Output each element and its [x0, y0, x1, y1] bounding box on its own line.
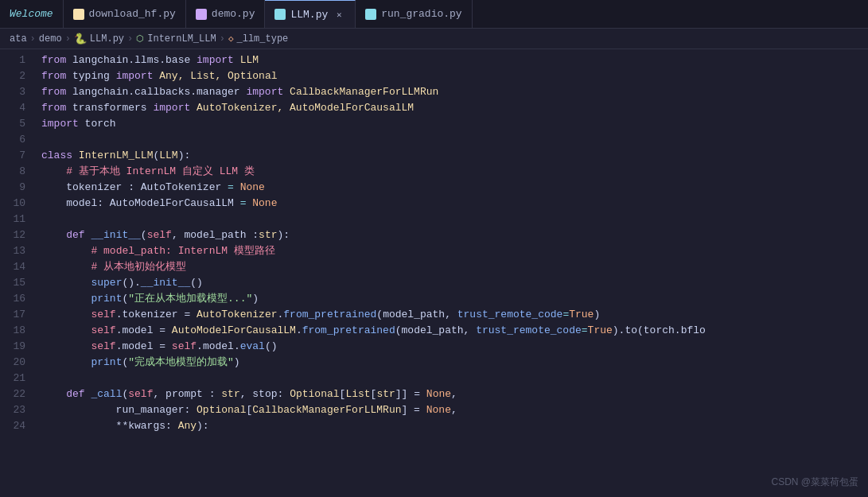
property-icon: ◇: [228, 33, 234, 44]
breadcrumb-llmpy: 🐍 LLM.py: [74, 33, 124, 45]
code-line: # 基于本地 InternLM 自定义 LLM 类: [41, 164, 868, 180]
code-line: run_manager: Optional[CallbackManagerFor…: [41, 402, 868, 418]
breadcrumb-demo: demo: [39, 33, 62, 45]
tab-run-gradio-label: run_gradio.py: [381, 8, 461, 20]
breadcrumb: ata › demo › 🐍 LLM.py › ⬡ InternLM_LLM ›…: [0, 29, 868, 49]
code-line: # 从本地初始化模型: [41, 259, 868, 275]
tab-welcome[interactable]: Welcome: [0, 0, 64, 28]
breadcrumb-llmtype: ◇ _llm_type: [228, 33, 288, 45]
watermark: CSDN @菜菜荷包蛋: [771, 476, 858, 489]
tab-demo-label: demo.py: [212, 8, 255, 20]
breadcrumb-internlm: ⬡ InternLM_LLM: [136, 33, 216, 45]
code-content[interactable]: from langchain.llms.base import LLMfrom …: [32, 49, 868, 497]
tab-download-hf-label: download_hf.py: [89, 8, 176, 20]
code-line: super().__init__(): [41, 275, 868, 291]
code-line: [41, 132, 868, 148]
code-line: import torch: [41, 116, 868, 132]
line-numbers: 123456789101112131415161718192021222324: [0, 49, 32, 497]
tab-llm[interactable]: LLM.py ✕: [265, 0, 356, 28]
class-icon: ⬡: [136, 33, 144, 44]
code-line: model: AutoModelForCausalLM = None: [41, 196, 868, 212]
python-file-icon: [274, 9, 286, 20]
code-line: from langchain.callbacks.manager import …: [41, 84, 868, 100]
code-line: print("正在从本地加载模型..."): [41, 291, 868, 307]
python-icon: 🐍: [74, 33, 87, 45]
code-line: def __init__(self, model_path :str):: [41, 227, 868, 243]
tab-bar: Welcome download_hf.py demo.py LLM.py ✕ …: [0, 0, 868, 29]
python-file-icon: [365, 9, 376, 20]
code-line: # model_path: InternLM 模型路径: [41, 243, 868, 259]
tab-demo[interactable]: demo.py: [186, 0, 266, 28]
python-file-icon: [73, 9, 84, 20]
code-line: from langchain.llms.base import LLM: [41, 52, 868, 68]
tab-close-button[interactable]: ✕: [333, 8, 345, 21]
tab-download-hf[interactable]: download_hf.py: [64, 0, 186, 28]
code-line: **kwargs: Any):: [41, 418, 868, 434]
tab-welcome-label: Welcome: [10, 8, 53, 20]
code-line: self.tokenizer = AutoTokenizer.from_pret…: [41, 307, 868, 323]
code-line: class InternLM_LLM(LLM):: [41, 148, 868, 164]
tab-llm-label: LLM.py: [290, 9, 328, 21]
python-file-icon: [196, 9, 207, 20]
code-line: def _call(self, prompt : str, stop: Opti…: [41, 386, 868, 402]
code-line: tokenizer : AutoTokenizer = None: [41, 180, 868, 196]
code-line: [41, 212, 868, 227]
breadcrumb-ata: ata: [10, 33, 27, 45]
code-line: from typing import Any, List, Optional: [41, 68, 868, 84]
code-line: print("完成本地模型的加载"): [41, 355, 868, 371]
tab-run-gradio[interactable]: run_gradio.py: [356, 0, 472, 28]
code-line: [41, 371, 868, 386]
code-line: self.model = AutoModelForCausalLM.from_p…: [41, 323, 868, 339]
code-line: self.model = self.model.eval(): [41, 339, 868, 355]
code-area: 123456789101112131415161718192021222324 …: [0, 49, 868, 497]
code-line: from transformers import AutoTokenizer, …: [41, 100, 868, 116]
